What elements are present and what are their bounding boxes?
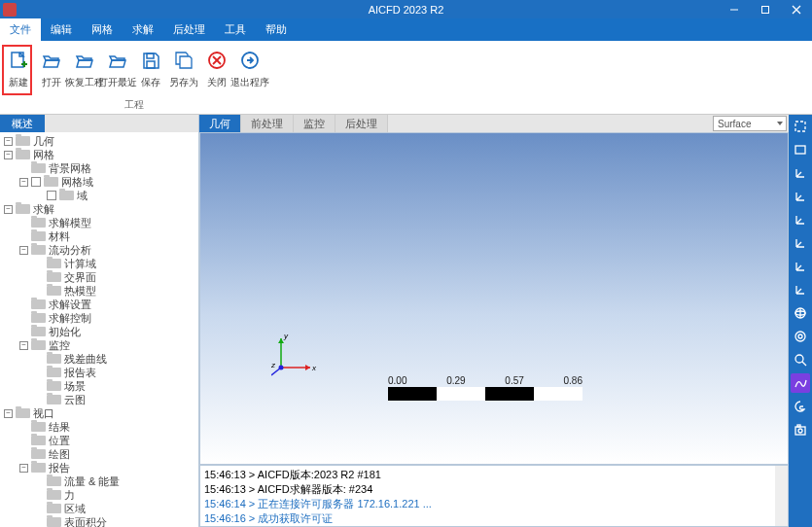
tree-toggle-icon[interactable]: − (4, 409, 13, 418)
svg-rect-7 (147, 53, 154, 58)
console-scrollbar[interactable] (775, 466, 788, 526)
tree-item[interactable]: −流动分析 (0, 243, 198, 257)
menu-帮助[interactable]: 帮助 (256, 18, 297, 41)
tree-item[interactable]: 初始化 (0, 325, 198, 338)
ribbon-open-button[interactable]: 打开 (35, 47, 68, 91)
tree-item[interactable]: 求解设置 (0, 298, 198, 311)
tree-checkbox[interactable] (47, 191, 56, 200)
tree-item[interactable]: 绘图 (0, 447, 198, 461)
tree-item[interactable]: 结果 (0, 420, 198, 434)
menu-工具[interactable]: 工具 (215, 18, 256, 41)
tree-item[interactable]: −求解 (0, 202, 198, 216)
tree-item[interactable]: 热模型 (0, 284, 198, 298)
tree-item[interactable]: 残差曲线 (0, 352, 198, 366)
tree-item[interactable]: 求解控制 (0, 311, 198, 325)
tree-item[interactable]: 位置 (0, 434, 198, 447)
render-mode-select[interactable]: Surface (713, 116, 787, 131)
tree-toggle-icon[interactable]: − (4, 205, 13, 214)
tool-axis2-button[interactable] (791, 187, 810, 206)
tree-toggle-icon[interactable]: − (19, 341, 28, 350)
menu-编辑[interactable]: 编辑 (41, 18, 82, 41)
tree-item[interactable]: −视口 (0, 406, 198, 420)
tree-item[interactable]: 域 (0, 189, 198, 202)
tool-search-button[interactable] (791, 350, 810, 369)
tree-item[interactable]: −网格域 (0, 175, 198, 189)
tree-toggle-icon[interactable]: − (19, 464, 28, 473)
menu-求解[interactable]: 求解 (123, 18, 163, 41)
ribbon-new-button[interactable]: 新建 (2, 47, 35, 91)
tool-axis1-button[interactable] (791, 163, 810, 183)
tree-item[interactable]: 表面积分 (0, 515, 198, 527)
tool-axis6-button[interactable] (791, 280, 810, 299)
viewport-3d[interactable]: x y z 0.000.290.570.86 (199, 132, 789, 465)
tree-checkbox[interactable] (31, 177, 41, 187)
tree-item[interactable]: 场景 (0, 379, 198, 393)
svg-rect-33 (797, 425, 800, 427)
tree-item[interactable]: 力 (0, 488, 198, 502)
tool-axis3-button[interactable] (791, 210, 810, 229)
tree-label: 力 (64, 488, 75, 503)
ribbon-save-button[interactable]: 保存 (134, 47, 167, 91)
tree-label: 区域 (64, 502, 86, 516)
folder-icon (31, 163, 46, 173)
minimize-button[interactable] (719, 0, 750, 18)
tree-toggle-icon[interactable]: − (19, 178, 28, 187)
close-button[interactable] (781, 0, 812, 18)
tree-item[interactable]: 求解模型 (0, 216, 198, 229)
tree-item[interactable]: 报告表 (0, 366, 198, 379)
tool-rect-button[interactable] (791, 140, 810, 159)
console[interactable]: 15:46:13 > AICFD版本:2023 R2 #18115:46:13 … (199, 465, 789, 527)
view-tab-后处理[interactable]: 后处理 (335, 115, 388, 132)
tree-item[interactable]: 云图 (0, 393, 198, 406)
tree-item[interactable]: −网格 (0, 148, 198, 161)
menu-网格[interactable]: 网格 (82, 18, 123, 41)
tree-item[interactable]: 材料 (0, 229, 198, 243)
view-tab-监控[interactable]: 监控 (294, 115, 335, 132)
ribbon-close-button[interactable]: 关闭 (200, 47, 233, 91)
ribbon-exit-button[interactable]: 退出程序 (233, 47, 266, 91)
menu-后处理[interactable]: 后处理 (163, 18, 215, 41)
folder-icon (47, 476, 61, 486)
tool-curve-button[interactable] (791, 373, 810, 393)
folder-icon (31, 340, 46, 350)
tree-label: 结果 (49, 420, 70, 435)
tab-overview[interactable]: 概述 (0, 115, 45, 132)
tree-toggle-icon[interactable]: − (4, 137, 13, 146)
exit-icon (238, 49, 262, 72)
tool-axis5-button[interactable] (791, 257, 810, 276)
legend-segment (388, 387, 437, 401)
ribbon-label: 关闭 (207, 76, 227, 89)
tree-label: 求解设置 (49, 298, 91, 312)
tree-item[interactable]: 交界面 (0, 270, 198, 284)
legend-value: 0.29 (446, 375, 465, 386)
tree-toggle-icon[interactable]: − (19, 246, 28, 255)
ribbon-open-button[interactable]: 打开最近 (101, 47, 134, 91)
view-tab-几何[interactable]: 几何 (199, 115, 241, 132)
folder-icon (31, 231, 46, 241)
tree-item[interactable]: −监控 (0, 338, 198, 352)
tree-label: 网格域 (61, 175, 93, 190)
project-tree[interactable]: −几何−网格背景网格−网格域域−求解求解模型材料−流动分析计算域交界面热模型求解… (0, 132, 198, 527)
menu-文件[interactable]: 文件 (0, 18, 41, 41)
tree-item[interactable]: 背景网格 (0, 161, 198, 175)
folder-icon (47, 395, 61, 404)
tree-item[interactable]: −报告 (0, 461, 198, 474)
svg-point-29 (795, 355, 803, 363)
svg-rect-1 (762, 6, 769, 13)
tool-axis4-button[interactable] (791, 233, 810, 253)
tool-camera-button[interactable] (791, 420, 810, 439)
tool-globe-button[interactable] (791, 303, 810, 323)
tree-item[interactable]: 流量 & 能量 (0, 474, 198, 488)
ribbon-open-button[interactable]: 恢复工程 (68, 47, 101, 91)
tool-fit-button[interactable] (791, 117, 810, 136)
tree-item[interactable]: 计算域 (0, 257, 198, 270)
tool-target-button[interactable] (791, 327, 810, 346)
tool-palette-button[interactable] (791, 397, 810, 416)
tree-toggle-icon[interactable]: − (4, 151, 13, 159)
tree-item[interactable]: 区域 (0, 502, 198, 515)
maximize-button[interactable] (750, 0, 781, 18)
view-tab-前处理[interactable]: 前处理 (241, 115, 294, 132)
open-icon (73, 49, 96, 72)
tree-item[interactable]: −几何 (0, 134, 198, 148)
ribbon-saveas-button[interactable]: 另存为 (167, 47, 200, 91)
